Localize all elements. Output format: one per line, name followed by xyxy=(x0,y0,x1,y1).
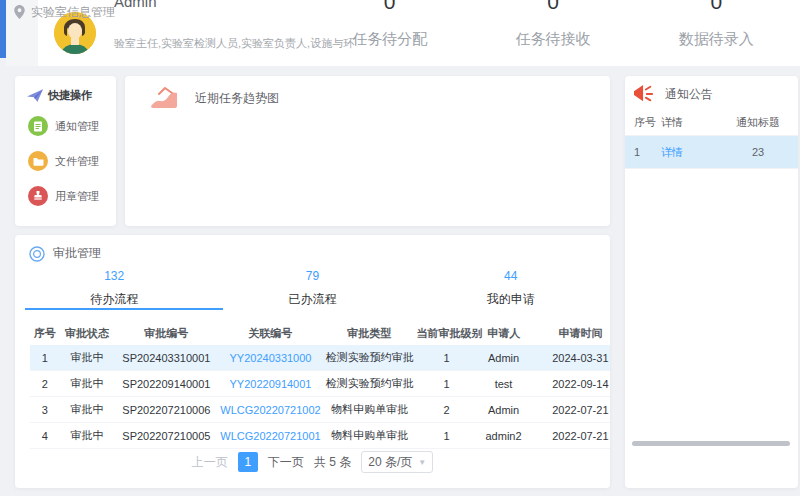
col-notice-title: 通知标题 xyxy=(723,115,793,130)
stat-value: 0 xyxy=(471,0,634,14)
cell-approval-no: SP202209140001 xyxy=(114,378,218,390)
table-row[interactable]: 4 审批中 SP202207210005 WLCG20220721001 物料申… xyxy=(30,423,610,449)
notice-detail-link[interactable]: 详情 xyxy=(661,146,683,158)
cell-related-no-link[interactable]: WLCG20220721002 xyxy=(218,404,322,416)
megaphone-icon xyxy=(633,84,655,104)
user-name: Admin xyxy=(114,0,157,10)
cell-level: 1 xyxy=(417,352,477,364)
tab-count: 79 xyxy=(213,269,411,283)
next-page-button[interactable]: 下一页 xyxy=(268,454,304,471)
approvals-title: 审批管理 xyxy=(53,245,101,262)
tab-pending-flows[interactable]: 132 待办流程 xyxy=(15,263,213,311)
stat-value: 0 xyxy=(308,0,471,14)
notices-table: 序号 详情 通知标题 1 详情 23 xyxy=(625,110,798,169)
approvals-table: 序号 审批状态 审批编号 关联编号 审批类型 当前审批级别 申请人 申请时间 1… xyxy=(30,321,610,449)
quick-actions-title: 快捷操作 xyxy=(48,88,92,103)
col-header: 审批编号 xyxy=(114,326,218,341)
stats-row: 0 任务待分配 0 任务待接收 0 数据待录入 xyxy=(308,0,798,66)
trend-chart-header: 近期任务趋势图 xyxy=(149,86,279,110)
cell-apply-date: 2022-09-14 xyxy=(531,378,610,390)
active-tab-indicator xyxy=(25,308,223,310)
col-header: 申请时间 xyxy=(531,326,610,341)
cell-type: 物料申购单审批 xyxy=(323,402,417,417)
quick-action-label: 文件管理 xyxy=(55,154,99,169)
quick-action-label: 用章管理 xyxy=(55,189,99,204)
cell-related-no-link[interactable]: WLCG20220721001 xyxy=(218,430,322,442)
cell-type: 物料申购单审批 xyxy=(323,428,417,443)
cell-apply-date: 2022-07-21 xyxy=(531,404,610,416)
cell-related-no-link[interactable]: YY20220914001 xyxy=(218,378,322,390)
cell-level: 2 xyxy=(417,404,477,416)
folder-icon xyxy=(28,151,48,171)
cell-level: 1 xyxy=(417,378,477,390)
area-chart-icon xyxy=(149,86,179,110)
document-icon xyxy=(28,116,48,136)
approvals-header: 审批管理 xyxy=(29,245,101,262)
stat-label: 数据待录入 xyxy=(635,30,798,49)
breadcrumb: 实验室信息管理 xyxy=(14,3,115,21)
col-detail: 详情 xyxy=(661,115,723,130)
notices-card: 通知公告 序号 详情 通知标题 1 详情 23 xyxy=(625,76,798,488)
notices-title: 通知公告 xyxy=(665,86,713,103)
stat-tasks-to-receive: 0 任务待接收 xyxy=(471,0,634,66)
tab-done-flows[interactable]: 79 已办流程 xyxy=(213,263,411,311)
tab-label: 已办流程 xyxy=(213,291,411,308)
pagination: 上一页 1 下一页 共 5 条 20 条/页 ▼ xyxy=(15,451,610,473)
approvals-tabs: 132 待办流程 79 已办流程 44 我的申请 xyxy=(15,263,610,311)
tab-my-applications[interactable]: 44 我的申请 xyxy=(412,263,610,311)
col-header: 当前审批级别 xyxy=(416,326,476,341)
notice-row[interactable]: 1 详情 23 xyxy=(625,136,798,169)
quick-action-notice-mgmt[interactable]: 通知管理 xyxy=(28,116,99,136)
col-header: 序号 xyxy=(30,326,60,341)
horizontal-scrollbar[interactable] xyxy=(632,441,790,446)
cell-related-no-link[interactable]: YY20240331000 xyxy=(218,352,322,364)
total-count-label: 共 5 条 xyxy=(314,454,351,471)
left-accent-bar xyxy=(0,0,6,58)
approvals-table-header: 序号 审批状态 审批编号 关联编号 审批类型 当前审批级别 申请人 申请时间 xyxy=(30,321,610,345)
tab-count: 44 xyxy=(412,269,610,283)
breadcrumb-title: 实验室信息管理 xyxy=(31,4,115,21)
cell-index: 2 xyxy=(30,378,60,390)
quick-action-seal-mgmt[interactable]: 用章管理 xyxy=(28,186,99,206)
cell-status: 审批中 xyxy=(60,376,115,391)
cell-applicant: Admin xyxy=(476,352,531,364)
approvals-card: 审批管理 132 待办流程 79 已办流程 44 我的申请 序号 审批状态 审批… xyxy=(15,235,610,488)
stat-data-to-enter: 0 数据待录入 xyxy=(635,0,798,66)
cell-approval-no: SP202207210005 xyxy=(114,430,218,442)
cell-status: 审批中 xyxy=(60,428,115,443)
prev-page-button[interactable]: 上一页 xyxy=(192,454,228,471)
cell-status: 审批中 xyxy=(60,350,115,365)
stat-value: 0 xyxy=(635,0,798,14)
cell-index: 4 xyxy=(30,430,60,442)
location-pin-icon xyxy=(14,5,25,19)
table-row[interactable]: 1 审批中 SP202403310001 YY20240331000 检测实验预… xyxy=(30,345,610,371)
stat-label: 任务待分配 xyxy=(308,30,471,49)
notice-title-value: 23 xyxy=(723,146,793,158)
notices-header: 通知公告 xyxy=(633,84,713,104)
cell-index: 1 xyxy=(30,352,60,364)
cell-apply-date: 2022-07-21 xyxy=(531,430,610,442)
stat-tasks-to-assign: 0 任务待分配 xyxy=(308,0,471,66)
col-header: 关联编号 xyxy=(218,326,322,341)
cell-type: 检测实验预约审批 xyxy=(323,350,417,365)
quick-actions-header: 快捷操作 xyxy=(27,88,92,103)
stamp-icon xyxy=(28,186,48,206)
cell-apply-date: 2024-03-31 xyxy=(531,352,610,364)
table-row[interactable]: 2 审批中 SP202209140001 YY20220914001 检测实验预… xyxy=(30,371,610,397)
notice-index: 1 xyxy=(625,146,661,158)
notices-table-header: 序号 详情 通知标题 xyxy=(625,110,798,136)
cell-level: 1 xyxy=(417,430,477,442)
cell-index: 3 xyxy=(30,404,60,416)
user-header-card: Admin 验室主任,实验室检测人员,实验室负责人,设施与环 0 任务待分配 0… xyxy=(38,0,800,66)
page-size-select[interactable]: 20 条/页 ▼ xyxy=(361,451,433,473)
page-1-button[interactable]: 1 xyxy=(238,452,258,472)
cell-approval-no: SP202207210006 xyxy=(114,404,218,416)
table-row[interactable]: 3 审批中 SP202207210006 WLCG20220721002 物料申… xyxy=(30,397,610,423)
quick-actions-card: 快捷操作 通知管理 文件管理 用章管理 xyxy=(15,76,116,226)
paper-plane-icon xyxy=(27,89,43,103)
stat-label: 任务待接收 xyxy=(471,30,634,49)
cell-approval-no: SP202403310001 xyxy=(114,352,218,364)
quick-action-file-mgmt[interactable]: 文件管理 xyxy=(28,151,99,171)
page-size-value: 20 条/页 xyxy=(368,454,412,471)
cell-applicant: Admin xyxy=(476,404,531,416)
